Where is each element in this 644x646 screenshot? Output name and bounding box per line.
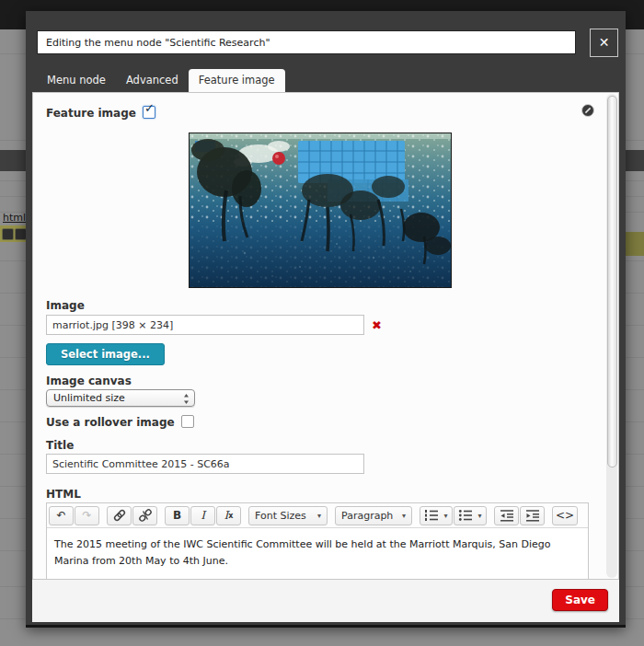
feature-image-label-text: Feature image: [46, 107, 136, 120]
feature-image-label: Feature image✓: [46, 106, 155, 120]
check-icon: ✓: [144, 101, 155, 115]
numbered-list-button[interactable]: ▾: [420, 506, 453, 525]
image-canvas-label: Image canvas: [46, 375, 132, 387]
chevron-down-icon: ▾: [443, 512, 447, 520]
link-button[interactable]: [107, 506, 132, 525]
image-filename-input[interactable]: [46, 315, 364, 335]
screen: html Editing the menu node "Scientific R…: [0, 0, 644, 646]
source-code-button[interactable]: <>: [552, 506, 578, 525]
contextual-edit-icon[interactable]: [581, 104, 594, 117]
remove-image-icon[interactable]: ✖: [372, 318, 382, 332]
html-editor: ↶ ↷: [46, 502, 589, 580]
clear-formatting-sub: x: [228, 512, 233, 520]
font-sizes-label: Font Sizes: [255, 510, 306, 522]
paragraph-dropdown[interactable]: Paragraph ▾: [335, 506, 412, 525]
outdent-icon: [500, 508, 514, 523]
dialog-footer: Save: [32, 580, 619, 622]
chevron-down-icon: ▾: [477, 512, 481, 520]
clear-formatting-button[interactable]: Ix: [216, 506, 241, 525]
bullet-list-button[interactable]: ▾: [454, 506, 487, 525]
close-button[interactable]: ✕: [590, 29, 618, 57]
editor-content[interactable]: The 2015 meeting of the IWC Scientific C…: [47, 528, 588, 577]
feature-image-panel: Feature image✓: [32, 92, 619, 580]
indent-button[interactable]: [520, 506, 545, 525]
dialog-title: Editing the menu node "Scientific Resear…: [37, 30, 576, 54]
rollover-checkbox[interactable]: [181, 415, 194, 428]
panel-scrollbar-track[interactable]: [606, 94, 617, 578]
editor-toolbar: ↶ ↷: [47, 503, 588, 528]
bold-button[interactable]: B: [165, 506, 190, 525]
edit-menu-node-dialog: Editing the menu node "Scientific Resear…: [26, 11, 626, 628]
dialog-tabs: Menu node Advanced Feature image: [37, 70, 285, 92]
unlink-button[interactable]: [132, 506, 157, 525]
outdent-button[interactable]: [494, 506, 519, 525]
background-file-icon: [2, 228, 14, 240]
background-html-link: html: [3, 212, 26, 224]
indent-icon: [525, 508, 540, 523]
italic-button[interactable]: I: [190, 506, 215, 525]
paragraph-label: Paragraph: [341, 510, 393, 522]
panel-scrollbar-thumb[interactable]: [607, 96, 617, 467]
undo-icon: ↶: [56, 509, 65, 522]
numbered-list-icon: [424, 508, 439, 523]
bullet-list-icon: [458, 508, 473, 523]
redo-icon: ↷: [82, 509, 91, 522]
tab-advanced[interactable]: Advanced: [116, 69, 189, 92]
undo-button[interactable]: ↶: [49, 506, 74, 525]
close-icon: ✕: [599, 35, 610, 50]
source-code-icon: <>: [556, 509, 574, 522]
font-sizes-dropdown[interactable]: Font Sizes ▾: [248, 506, 328, 525]
save-button[interactable]: Save: [552, 589, 608, 611]
chevron-down-icon: ▾: [402, 512, 406, 520]
image-canvas-select[interactable]: Unlimited size: [46, 389, 195, 407]
link-icon: [112, 508, 127, 523]
title-label: Title: [46, 439, 74, 452]
redo-button[interactable]: ↷: [75, 506, 99, 525]
title-input[interactable]: [46, 454, 364, 474]
unlink-icon: [138, 508, 153, 523]
html-label: HTML: [46, 488, 81, 501]
tab-feature-image[interactable]: Feature image: [189, 69, 285, 92]
feature-image-preview: [189, 133, 452, 288]
image-label: Image: [46, 299, 85, 312]
chevron-down-icon: ▾: [317, 512, 321, 520]
rollover-label: Use a rollover image: [46, 415, 194, 429]
italic-icon: I: [201, 509, 205, 522]
tab-menu-node[interactable]: Menu node: [37, 69, 116, 92]
bold-icon: B: [173, 509, 181, 522]
rollover-label-text: Use a rollover image: [46, 416, 175, 429]
image-canvas-value: Unlimited size: [53, 392, 125, 404]
select-image-button[interactable]: Select image...: [46, 343, 165, 365]
select-updown-icon: [183, 393, 190, 405]
feature-image-checkbox[interactable]: ✓: [143, 106, 155, 119]
